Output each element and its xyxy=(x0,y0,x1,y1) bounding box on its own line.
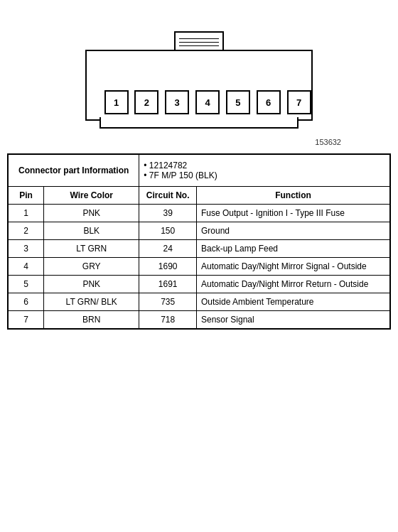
pin-3: 3 xyxy=(165,90,189,114)
part-number: 153632 xyxy=(28,138,370,146)
cell-wire-color: LT GRN/ BLK xyxy=(44,293,139,311)
table-row: 7 BRN 718 Sensor Signal xyxy=(8,311,390,330)
cell-circuit-no: 39 xyxy=(139,205,197,222)
latch-line-3 xyxy=(179,45,219,46)
cell-pin: 2 xyxy=(8,222,44,240)
connector-info-row: Connector part Information • 12124782 • … xyxy=(8,154,390,187)
cell-function: Sensor Signal xyxy=(196,311,390,330)
table-header-row: Pin Wire Color Circuit No. Function xyxy=(8,187,390,205)
cell-pin: 6 xyxy=(8,293,44,311)
cell-circuit-no: 150 xyxy=(139,222,197,240)
table-row: 4 GRY 1690 Automatic Day/Night Mirror Si… xyxy=(8,258,390,276)
cell-pin: 4 xyxy=(8,258,44,276)
cell-wire-color: PNK xyxy=(44,276,139,293)
table-section: Connector part Information • 12124782 • … xyxy=(0,153,398,330)
pin-1: 1 xyxy=(104,90,129,114)
cell-pin: 3 xyxy=(8,240,44,258)
pin-6: 6 xyxy=(257,90,281,114)
header-wire-color: Wire Color xyxy=(44,187,139,205)
cell-circuit-no: 1690 xyxy=(139,258,197,276)
cell-function: Automatic Day/Night Mirror Return - Outs… xyxy=(196,276,390,293)
cell-pin: 1 xyxy=(8,205,44,222)
latch-line-1 xyxy=(179,38,219,39)
header-pin: Pin xyxy=(8,187,44,205)
latch-line-2 xyxy=(179,42,219,43)
diagram-section: 7 6 5 4 3 2 1 153632 xyxy=(0,0,398,153)
cell-wire-color: LT GRN xyxy=(44,240,139,258)
pin-2: 2 xyxy=(134,90,158,114)
pin-4: 4 xyxy=(195,90,220,114)
header-function: Function xyxy=(196,187,390,205)
pin-5: 5 xyxy=(226,90,250,114)
pin-7: 7 xyxy=(287,90,311,114)
cell-circuit-no: 1691 xyxy=(139,276,197,293)
bottom-tabs xyxy=(100,117,298,129)
cell-function: Back-up Lamp Feed xyxy=(196,240,390,258)
connector-body: 7 6 5 4 3 2 1 xyxy=(85,50,313,121)
cell-pin: 5 xyxy=(8,276,44,293)
connector-drawing: 7 6 5 4 3 2 1 xyxy=(78,21,320,135)
latch-outer xyxy=(174,31,224,51)
cell-circuit-no: 718 xyxy=(139,311,197,330)
cell-wire-color: BLK xyxy=(44,222,139,240)
connector-info-data: • 12124782 • 7F M/P 150 (BLK) xyxy=(139,154,390,187)
cell-wire-color: BRN xyxy=(44,311,139,330)
part1: • 12124782 xyxy=(144,161,187,170)
table-row: 1 PNK 39 Fuse Output - Ignition I - Type… xyxy=(8,205,390,222)
table-row: 5 PNK 1691 Automatic Day/Night Mirror Re… xyxy=(8,276,390,293)
cell-function: Outside Ambient Temperature xyxy=(196,293,390,311)
cell-circuit-no: 735 xyxy=(139,293,197,311)
table-row: 3 LT GRN 24 Back-up Lamp Feed xyxy=(8,240,390,258)
connector-info-label: Connector part Information xyxy=(8,154,139,187)
cell-function: Ground xyxy=(196,222,390,240)
connector-table: Connector part Information • 12124782 • … xyxy=(7,153,391,330)
part2: • 7F M/P 150 (BLK) xyxy=(144,170,217,180)
cell-wire-color: PNK xyxy=(44,205,139,222)
cell-circuit-no: 24 xyxy=(139,240,197,258)
header-circuit-no: Circuit No. xyxy=(139,187,197,205)
cell-pin: 7 xyxy=(8,311,44,330)
table-row: 2 BLK 150 Ground xyxy=(8,222,390,240)
cell-wire-color: GRY xyxy=(44,258,139,276)
cell-function: Automatic Day/Night Mirror Signal - Outs… xyxy=(196,258,390,276)
table-row: 6 LT GRN/ BLK 735 Outside Ambient Temper… xyxy=(8,293,390,311)
pins-row: 7 6 5 4 3 2 1 xyxy=(101,90,314,114)
cell-function: Fuse Output - Ignition I - Type III Fuse xyxy=(196,205,390,222)
